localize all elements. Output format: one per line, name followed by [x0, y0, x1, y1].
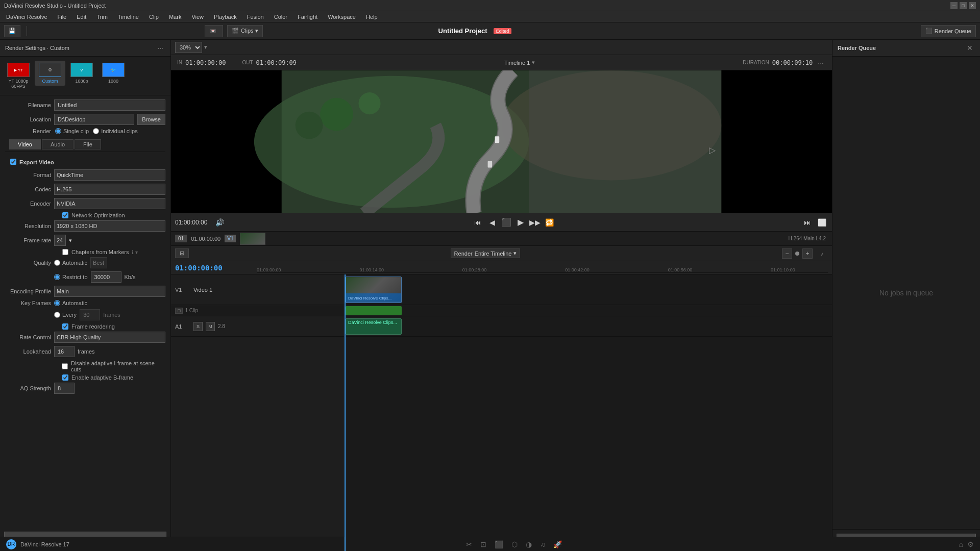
color-icon[interactable]: ◑: [526, 540, 532, 548]
timeline-icon-btn[interactable]: ⊞: [175, 248, 189, 258]
aq-input[interactable]: [54, 383, 75, 394]
automatic-quality-option[interactable]: Automatic: [54, 260, 87, 266]
automatic-kf-option[interactable]: Automatic: [54, 300, 87, 306]
minimize-btn[interactable]: ─: [950, 2, 958, 9]
skip-to-end-btn[interactable]: ⏭: [801, 216, 814, 229]
toolbar-sep-1: [27, 26, 27, 36]
lookahead-row: Lookahead frames: [5, 346, 165, 357]
tape-btn[interactable]: 📼: [205, 25, 223, 37]
track-lanes: DaVinci Resolve Clips...: [345, 274, 832, 337]
chapters-checkbox[interactable]: [62, 249, 68, 255]
a1-clip-block[interactable]: DaVinci Resolve Clips...: [346, 318, 402, 335]
fullscreen-btn[interactable]: ⬜: [816, 216, 828, 229]
menu-edit[interactable]: Edit: [75, 13, 88, 21]
zoom-in-btn[interactable]: +: [802, 248, 813, 259]
media-pool-icon[interactable]: ⊡: [480, 540, 486, 548]
render-queue-empty: No jobs in queue: [832, 57, 980, 529]
a1-s-btn[interactable]: S: [193, 322, 203, 331]
clip-timecode: 01:00:00:00: [191, 236, 220, 242]
v1-track-lane: DaVinci Resolve Clips...: [345, 274, 832, 305]
enable-bframe-checkbox[interactable]: [62, 374, 68, 381]
render-queue-btn[interactable]: ⬛ Render Queue: [921, 25, 976, 37]
menu-clip[interactable]: Clip: [147, 13, 161, 21]
every-value-input[interactable]: [80, 309, 100, 320]
edit-icon[interactable]: ⬛: [495, 540, 503, 548]
filename-input[interactable]: [54, 99, 165, 111]
menu-timeline[interactable]: Timeline: [116, 13, 141, 21]
menu-trim[interactable]: Trim: [94, 13, 110, 21]
home-icon[interactable]: ⌂: [959, 540, 963, 548]
timeline-dropdown-icon: ▾: [532, 59, 535, 66]
deliver-icon[interactable]: 🚀: [553, 540, 562, 548]
menu-color[interactable]: Color: [272, 13, 289, 21]
menu-file[interactable]: File: [56, 13, 69, 21]
zoom-out-btn[interactable]: −: [782, 248, 792, 259]
restrict-option[interactable]: Restrict to: [54, 274, 88, 280]
menu-fusion[interactable]: Fusion: [245, 13, 266, 21]
export-video-checkbox[interactable]: [10, 159, 16, 165]
best-select[interactable]: Best: [90, 257, 107, 268]
clips-btn[interactable]: 🎬 Clips ▾: [227, 25, 263, 37]
frame-rate-select[interactable]: 24: [54, 235, 66, 246]
menu-playback[interactable]: Playback: [212, 13, 239, 21]
timeline-more-btn[interactable]: ···: [816, 58, 826, 68]
close-btn[interactable]: ✕: [969, 2, 976, 9]
resolution-select[interactable]: 980 x 551 HD: [54, 220, 165, 232]
h264-info: H.264 Main L4.2: [787, 235, 828, 242]
preset-custom[interactable]: ⚙ Custom: [35, 61, 65, 86]
render-dropdown[interactable]: Render Entire Timeline ▾: [451, 248, 521, 258]
stop-btn[interactable]: ⬛: [500, 216, 512, 229]
render-queue-close-btn[interactable]: ✕: [965, 43, 975, 53]
network-opt-checkbox[interactable]: [62, 212, 68, 218]
loop-btn[interactable]: 🔁: [543, 216, 555, 229]
lookahead-input[interactable]: [54, 346, 75, 357]
fusion-icon[interactable]: ⬡: [511, 540, 518, 548]
maximize-btn[interactable]: □: [960, 2, 967, 9]
prev-frame-btn[interactable]: ◀: [486, 216, 498, 229]
save-btn[interactable]: 💾: [4, 25, 20, 37]
menu-mark[interactable]: Mark: [167, 13, 183, 21]
youtube-preset-label: YT 1080p 60FPS: [5, 79, 32, 89]
encoder-select[interactable]: NVIDIA: [54, 198, 165, 209]
encoder-label: Encoder: [5, 201, 51, 207]
render-settings-more-btn[interactable]: ···: [155, 43, 165, 53]
every-option[interactable]: Every: [54, 312, 77, 318]
format-row: Format QuickTime: [5, 169, 165, 181]
next-frame-btn[interactable]: ▶▶: [529, 216, 541, 229]
settings-icon[interactable]: ⚙: [967, 540, 974, 548]
menu-help[interactable]: Help: [364, 13, 380, 21]
v1-clip-block[interactable]: DaVinci Resolve Clips...: [346, 277, 402, 303]
encoding-profile-select[interactable]: Main: [54, 286, 165, 297]
menu-fairlight[interactable]: Fairlight: [296, 13, 320, 21]
single-clip-option[interactable]: Single clip: [55, 128, 89, 134]
codec-select[interactable]: H.265: [54, 184, 165, 195]
skip-to-start-btn[interactable]: ⏮: [472, 216, 484, 229]
rate-control-select[interactable]: CBR High Quality: [54, 332, 165, 343]
volume-btn[interactable]: 🔊: [213, 216, 226, 229]
cut-icon[interactable]: ✂: [466, 540, 472, 548]
tab-video[interactable]: Video: [9, 139, 41, 149]
browse-btn[interactable]: Browse: [137, 114, 165, 125]
fairlight-icon[interactable]: ♫: [540, 540, 546, 548]
format-select[interactable]: QuickTime: [54, 169, 165, 181]
disable-iframe-checkbox[interactable]: [62, 363, 68, 369]
in-label: IN: [177, 60, 182, 65]
a1-m-btn[interactable]: M: [206, 322, 215, 331]
preset-vimeo[interactable]: V 1080p: [66, 61, 97, 86]
menu-workspace[interactable]: Workspace: [326, 13, 358, 21]
individual-clips-option[interactable]: Individual clips: [93, 128, 138, 134]
preset-twitter[interactable]: 🐦 1080: [98, 61, 129, 86]
play-btn[interactable]: ▶: [514, 216, 527, 229]
restrict-value-input[interactable]: [91, 271, 121, 283]
location-input[interactable]: [54, 114, 134, 125]
tab-audio[interactable]: Audio: [42, 139, 74, 149]
frame-reorder-checkbox[interactable]: [62, 323, 68, 330]
zoom-select[interactable]: 30%: [175, 42, 202, 53]
menu-view[interactable]: View: [189, 13, 206, 21]
preset-youtube[interactable]: ▶ YT YT 1080p 60FPS: [3, 61, 34, 91]
tab-file[interactable]: File: [75, 139, 101, 149]
audio-btn[interactable]: ♪: [816, 247, 828, 260]
quality-label: Quality: [5, 260, 51, 266]
menu-davinci[interactable]: DaVinci Resolve: [4, 13, 50, 21]
resolution-row: Resolution 980 x 551 HD: [5, 220, 165, 232]
